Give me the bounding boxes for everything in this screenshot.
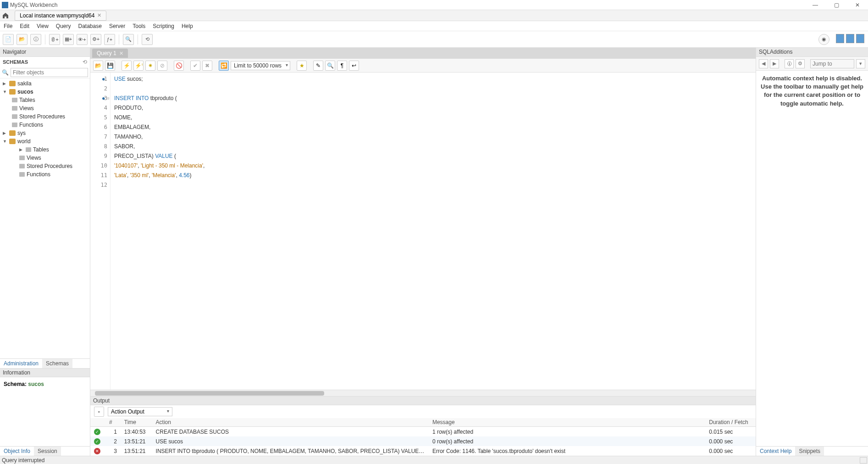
- schema-item-sakila[interactable]: ▶sakila: [3, 79, 90, 88]
- tab-administration[interactable]: Administration: [0, 359, 42, 368]
- menu-database[interactable]: Database: [78, 23, 102, 29]
- schema-item-sucos[interactable]: ▼sucos: [3, 88, 90, 96]
- create-sp-icon[interactable]: ⚙+: [90, 34, 101, 45]
- create-view-icon[interactable]: 👁+: [77, 34, 88, 45]
- open-file-icon[interactable]: 📂: [93, 61, 103, 71]
- favorite-icon[interactable]: ★: [297, 61, 307, 71]
- jump-dropdown-icon[interactable]: ▾: [856, 59, 865, 68]
- row-time: 13:51:21: [121, 446, 152, 456]
- toggle-left-panel[interactable]: [836, 34, 844, 43]
- auto-help-icon[interactable]: ⚙: [796, 59, 805, 68]
- jump-to-input[interactable]: Jump to: [810, 59, 854, 68]
- menu-query[interactable]: Query: [56, 23, 71, 29]
- tab-session[interactable]: Session: [34, 447, 61, 456]
- sp-icon: [12, 114, 17, 119]
- line-gutter: 123456789101112: [90, 73, 111, 390]
- minimize-button[interactable]: —: [805, 0, 826, 10]
- sql-additions-title: SQLAdditions: [756, 48, 868, 57]
- reconnect-icon[interactable]: ⟲: [142, 34, 153, 45]
- commit-icon[interactable]: ✔: [190, 61, 200, 71]
- output-grid[interactable]: # Time Action Message Duration / Fetch ✓…: [90, 418, 756, 456]
- col-time[interactable]: Time: [121, 418, 152, 427]
- execute-icon[interactable]: ⚡: [122, 61, 132, 71]
- tree-stored-procedures[interactable]: Stored Procedures: [3, 112, 90, 121]
- save-icon[interactable]: 💾: [105, 61, 115, 71]
- app-logo: [2, 2, 8, 8]
- filter-row: 🔍: [0, 67, 90, 78]
- tree-views[interactable]: Views: [3, 154, 90, 162]
- schema-item-world[interactable]: ▼world: [3, 137, 90, 145]
- output-row[interactable]: ✕ 3 13:51:21 INSERT INTO tbproduto ( PRO…: [90, 446, 756, 456]
- invisible-icon[interactable]: ¶: [337, 61, 347, 71]
- toggle-bottom-panel[interactable]: [846, 34, 854, 43]
- tab-context-help[interactable]: Context Help: [756, 447, 795, 456]
- code-area[interactable]: USE sucos; INSERT INTO tbproduto (PRODUT…: [111, 73, 756, 390]
- stop-icon[interactable]: ⊘: [157, 61, 167, 71]
- output-toolbar: ▫ Action Output: [90, 405, 756, 418]
- col-num[interactable]: #: [105, 418, 121, 427]
- output-row[interactable]: ✓ 2 13:51:21 USE sucos 0 row(s) affected…: [90, 436, 756, 446]
- col-duration[interactable]: Duration / Fetch: [705, 418, 756, 427]
- create-fn-icon[interactable]: ƒ+: [104, 34, 115, 45]
- tree-views[interactable]: Views: [3, 104, 90, 112]
- filter-input[interactable]: [11, 68, 88, 77]
- menu-file[interactable]: File: [4, 23, 12, 29]
- inspector-icon[interactable]: ⓘ: [30, 34, 41, 45]
- tab-snippets[interactable]: Snippets: [795, 447, 824, 456]
- nav-forward-icon[interactable]: ▶: [770, 59, 779, 68]
- find-icon[interactable]: 🔍: [325, 61, 335, 71]
- stop-on-error-icon[interactable]: 🚫: [174, 61, 184, 71]
- query-tab[interactable]: Query 1 ✕: [92, 49, 128, 58]
- menu-scripting[interactable]: Scripting: [153, 23, 174, 29]
- output-title: Output: [90, 396, 756, 405]
- search-icon[interactable]: 🔍: [123, 34, 134, 45]
- resize-grip[interactable]: [860, 457, 867, 464]
- tab-object-info[interactable]: Object Info: [0, 447, 34, 456]
- refresh-icon[interactable]: ⟲: [83, 59, 87, 65]
- horizontal-scrollbar[interactable]: [90, 390, 756, 396]
- maximize-button[interactable]: ▢: [826, 0, 847, 10]
- output-row[interactable]: ✓ 1 13:40:53 CREATE DATABASE SUCOS 1 row…: [90, 427, 756, 437]
- col-message[interactable]: Message: [429, 418, 705, 427]
- close-button[interactable]: ✕: [847, 0, 868, 10]
- autocommit-icon[interactable]: 🔁: [219, 61, 229, 71]
- sql-editor[interactable]: 123456789101112 USE sucos; INSERT INTO t…: [90, 73, 756, 390]
- menu-help[interactable]: Help: [182, 23, 193, 29]
- close-icon[interactable]: ✕: [97, 12, 101, 18]
- dashboard-icon[interactable]: ◉: [818, 34, 829, 45]
- schema-tree[interactable]: ▶sakila ▼sucos Tables Views Stored Proce…: [0, 78, 90, 358]
- tree-tables[interactable]: ▶Tables: [3, 145, 90, 154]
- tree-tables[interactable]: Tables: [3, 96, 90, 104]
- rollback-icon[interactable]: ✖: [202, 61, 212, 71]
- manual-help-icon[interactable]: 🛈: [785, 59, 794, 68]
- row-duration: 0.015 sec: [705, 427, 756, 437]
- tree-stored-procedures[interactable]: Stored Procedures: [3, 162, 90, 170]
- close-icon[interactable]: ✕: [119, 50, 123, 56]
- tree-functions[interactable]: Functions: [3, 170, 90, 179]
- connection-tab[interactable]: Local instance wampmysqld64 ✕: [15, 11, 106, 21]
- create-table-icon[interactable]: ▦+: [63, 34, 74, 45]
- output-type-select[interactable]: Action Output: [108, 407, 172, 416]
- new-sql-icon[interactable]: 📄: [3, 34, 14, 45]
- execute-current-icon[interactable]: ⚡ᴵ: [133, 61, 144, 71]
- wrap-icon[interactable]: ↩: [349, 61, 359, 71]
- menu-server[interactable]: Server: [109, 23, 125, 29]
- schema-item-sys[interactable]: ▶sys: [3, 129, 90, 137]
- menu-edit[interactable]: Edit: [20, 23, 29, 29]
- tab-schemas[interactable]: Schemas: [42, 359, 72, 368]
- col-action[interactable]: Action: [152, 418, 429, 427]
- row-action: USE sucos: [152, 436, 429, 446]
- home-icon[interactable]: [0, 10, 11, 21]
- tree-functions[interactable]: Functions: [3, 121, 90, 129]
- nav-back-icon[interactable]: ◀: [759, 59, 768, 68]
- toggle-right-panel[interactable]: [856, 34, 864, 43]
- explain-icon[interactable]: ✷: [145, 61, 155, 71]
- open-sql-icon[interactable]: 📂: [17, 34, 28, 45]
- create-schema-icon[interactable]: 🛢+: [49, 34, 60, 45]
- menu-tools[interactable]: Tools: [133, 23, 145, 29]
- row-limit-select[interactable]: Limit to 50000 rows: [231, 61, 290, 70]
- success-icon: ✓: [94, 438, 100, 445]
- beautify-icon[interactable]: ✎: [313, 61, 323, 71]
- menu-view[interactable]: View: [37, 23, 49, 29]
- output-clear-icon[interactable]: ▫: [94, 407, 104, 417]
